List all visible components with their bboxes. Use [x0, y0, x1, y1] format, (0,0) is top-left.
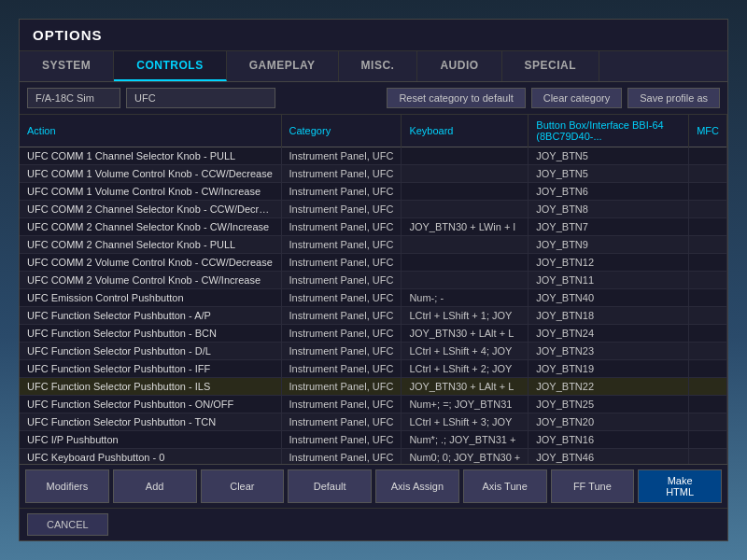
table-cell-col0: UFC COMM 1 Volume Control Knob - CCW/Dec…: [20, 165, 281, 183]
table-row[interactable]: UFC I/P PushbuttonInstrument Panel, UFCN…: [20, 431, 727, 449]
table-cell-col4: [689, 254, 727, 272]
table-cell-col1: Instrument Panel, UFC: [281, 201, 402, 218]
clear-category-button[interactable]: Clear category: [531, 88, 623, 108]
table-row[interactable]: UFC Function Selector Pushbutton - A/PIn…: [20, 307, 727, 325]
bottom-btn-modifiers[interactable]: Modifiers: [25, 469, 109, 503]
table-cell-col3: JOY_BTN11: [529, 272, 689, 289]
bottom-btn-add[interactable]: Add: [113, 469, 197, 503]
table-cell-col2: [402, 236, 529, 254]
bottom-btn-ff-tune[interactable]: FF Tune: [551, 469, 635, 503]
table-cell-col3: JOY_BTN8: [529, 201, 689, 218]
table-cell-col3: JOY_BTN19: [529, 360, 689, 378]
bindings-table-container[interactable]: Action Category Keyboard Button Box/Inte…: [20, 115, 727, 464]
tab-audio[interactable]: AUDIO: [417, 51, 501, 81]
table-row[interactable]: UFC Function Selector Pushbutton - BCNIn…: [20, 325, 727, 343]
table-row[interactable]: UFC COMM 1 Volume Control Knob - CCW/Dec…: [20, 165, 727, 183]
table-cell-col1: Instrument Panel, UFC: [281, 360, 402, 378]
table-cell-col1: Instrument Panel, UFC: [281, 396, 402, 413]
table-cell-col3: JOY_BTN9: [529, 236, 689, 254]
table-cell-col0: UFC COMM 1 Volume Control Knob - CW/Incr…: [20, 183, 281, 201]
col-header-mfc: MFC: [689, 115, 727, 147]
table-row[interactable]: UFC Function Selector Pushbutton - ON/OF…: [20, 396, 727, 413]
table-cell-col3: JOY_BTN18: [529, 307, 689, 325]
main-window: OPTIONS SYSTEM CONTROLS GAMEPLAY MISC. A…: [19, 19, 728, 541]
table-cell-col2: LCtrl + LShift + 2; JOY: [402, 360, 529, 378]
table-cell-col0: UFC Function Selector Pushbutton - IFF: [20, 360, 281, 378]
table-cell-col2: JOY_BTN30 + LAlt + L: [402, 378, 529, 396]
table-row[interactable]: UFC COMM 2 Volume Control Knob - CW/Incr…: [20, 272, 727, 289]
tab-controls[interactable]: CONTROLS: [114, 51, 226, 81]
table-cell-col2: LCtrl + LShift + 4; JOY: [402, 343, 529, 360]
table-row[interactable]: UFC Keyboard Pushbutton - 0Instrument Pa…: [20, 449, 727, 465]
table-cell-col0: UFC Keyboard Pushbutton - 0: [20, 449, 281, 465]
col-header-button-box: Button Box/Interface BBI-64 (8BC79D40-..…: [529, 115, 689, 147]
table-cell-col3: JOY_BTN7: [529, 218, 689, 236]
table-row[interactable]: UFC Emission Control PushbuttonInstrumen…: [20, 289, 727, 307]
table-cell-col3: JOY_BTN40: [529, 289, 689, 307]
table-cell-col0: UFC COMM 2 Volume Control Knob - CCW/Dec…: [20, 254, 281, 272]
table-cell-col4: [689, 360, 727, 378]
table-cell-col0: UFC Function Selector Pushbutton - D/L: [20, 343, 281, 360]
table-cell-col0: UFC COMM 2 Channel Selector Knob - PULL: [20, 236, 281, 254]
table-cell-col2: [402, 147, 529, 165]
table-cell-col4: [689, 165, 727, 183]
table-cell-col1: Instrument Panel, UFC: [281, 183, 402, 201]
table-cell-col4: [689, 378, 727, 396]
table-cell-col2: LCtrl + LShift + 1; JOY: [402, 307, 529, 325]
sim-select[interactable]: F/A-18C Sim: [27, 88, 120, 108]
tab-system[interactable]: SYSTEM: [20, 51, 114, 81]
table-row[interactable]: UFC COMM 1 Volume Control Knob - CW/Incr…: [20, 183, 727, 201]
reset-category-button[interactable]: Reset category to default: [387, 88, 525, 108]
table-row[interactable]: UFC COMM 2 Channel Selector Knob - CW/In…: [20, 218, 727, 236]
table-cell-col2: [402, 254, 529, 272]
table-row[interactable]: UFC COMM 1 Channel Selector Knob - PULLI…: [20, 147, 727, 165]
table-cell-col1: Instrument Panel, UFC: [281, 325, 402, 343]
table-row[interactable]: UFC Function Selector Pushbutton - D/LIn…: [20, 343, 727, 360]
table-cell-col0: UFC COMM 2 Channel Selector Knob - CW/In…: [20, 218, 281, 236]
tab-special[interactable]: SPECIAL: [502, 51, 600, 81]
table-cell-col1: Instrument Panel, UFC: [281, 254, 402, 272]
title-bar: OPTIONS: [20, 20, 727, 51]
table-cell-col0: UFC COMM 1 Channel Selector Knob - PULL: [20, 147, 281, 165]
table-cell-col1: Instrument Panel, UFC: [281, 147, 402, 165]
tab-misc[interactable]: MISC.: [339, 51, 418, 81]
table-cell-col1: Instrument Panel, UFC: [281, 378, 402, 396]
bottom-btn-default[interactable]: Default: [288, 469, 372, 503]
table-cell-col2: [402, 272, 529, 289]
table-cell-col1: Instrument Panel, UFC: [281, 431, 402, 449]
table-cell-col3: JOY_BTN46: [529, 449, 689, 465]
table-cell-col3: JOY_BTN25: [529, 396, 689, 413]
table-cell-col2: JOY_BTN30 + LAlt + L: [402, 325, 529, 343]
table-cell-col4: [689, 272, 727, 289]
table-row[interactable]: UFC Function Selector Pushbutton - IFFIn…: [20, 360, 727, 378]
bottom-btn-axis-tune[interactable]: Axis Tune: [463, 469, 547, 503]
tab-bar: SYSTEM CONTROLS GAMEPLAY MISC. AUDIO SPE…: [20, 51, 727, 82]
bottom-btn-make-html[interactable]: Make HTML: [638, 469, 722, 503]
table-cell-col1: Instrument Panel, UFC: [281, 218, 402, 236]
bottom-button-bar: ModifiersAddClearDefaultAxis AssignAxis …: [20, 464, 727, 508]
table-cell-col4: [689, 183, 727, 201]
bottom-btn-clear[interactable]: Clear: [201, 469, 285, 503]
table-cell-col4: [689, 147, 727, 165]
table-cell-col0: UFC Function Selector Pushbutton - BCN: [20, 325, 281, 343]
table-header-row: Action Category Keyboard Button Box/Inte…: [20, 115, 727, 147]
controls-toolbar: F/A-18C Sim UFC Reset category to defaul…: [20, 82, 727, 115]
table-row[interactable]: UFC COMM 2 Volume Control Knob - CCW/Dec…: [20, 254, 727, 272]
table-cell-col4: [689, 236, 727, 254]
table-row[interactable]: UFC COMM 2 Channel Selector Knob - PULLI…: [20, 236, 727, 254]
table-cell-col4: [689, 431, 727, 449]
table-row[interactable]: UFC Function Selector Pushbutton - TCNIn…: [20, 413, 727, 431]
tab-gameplay[interactable]: GAMEPLAY: [227, 51, 339, 81]
table-row[interactable]: UFC COMM 2 Channel Selector Knob - CCW/D…: [20, 201, 727, 218]
cancel-button[interactable]: CANCEL: [27, 513, 108, 536]
table-row[interactable]: UFC Function Selector Pushbutton - ILSIn…: [20, 378, 727, 396]
table-cell-col3: JOY_BTN6: [529, 183, 689, 201]
cancel-bar: CANCEL: [20, 508, 727, 540]
table-cell-col2: Num+; =; JOY_BTN31: [402, 396, 529, 413]
category-select[interactable]: UFC: [126, 88, 275, 108]
table-cell-col1: Instrument Panel, UFC: [281, 307, 402, 325]
col-header-category: Category: [281, 115, 402, 147]
save-profile-button[interactable]: Save profile as: [627, 88, 720, 108]
bottom-btn-axis-assign[interactable]: Axis Assign: [375, 469, 459, 503]
table-cell-col2: Num*; .; JOY_BTN31 +: [402, 431, 529, 449]
